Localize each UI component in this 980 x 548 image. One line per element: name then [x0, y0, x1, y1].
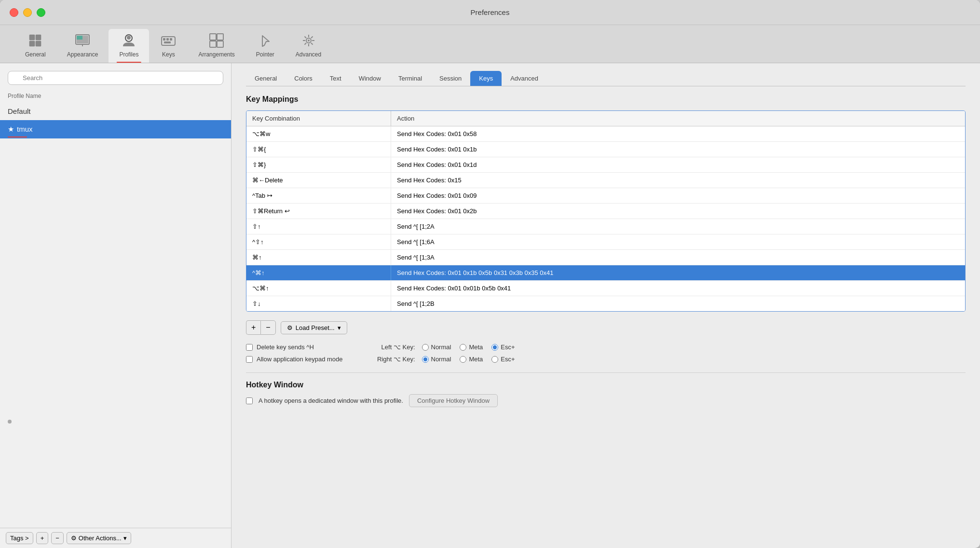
- tab-colors-label: Colors: [294, 75, 313, 82]
- close-button[interactable]: [10, 8, 18, 17]
- toolbar-item-arrangements[interactable]: Arrangements: [188, 29, 245, 63]
- remove-key-button[interactable]: −: [260, 320, 275, 335]
- configure-hotkey-button[interactable]: Configure Hotkey Window: [409, 394, 498, 407]
- right-key-normal[interactable]: Normal: [422, 356, 451, 363]
- toolbar-item-profiles[interactable]: Profiles: [109, 29, 149, 63]
- toolbar-item-keys[interactable]: Keys: [149, 29, 188, 63]
- right-key-esc-radio[interactable]: [491, 356, 498, 363]
- toolbar-label-profiles: Profiles: [119, 51, 138, 58]
- right-key-normal-radio[interactable]: [422, 356, 429, 363]
- load-preset-button[interactable]: ⚙ Load Preset... ▾: [281, 321, 347, 334]
- svg-line-28: [311, 37, 313, 39]
- options-row: Delete key sends ^H Allow application ke…: [246, 343, 966, 363]
- titlebar: Preferences: [0, 0, 980, 25]
- right-key-normal-label: Normal: [431, 356, 451, 363]
- tab-window-label: Window: [359, 75, 381, 82]
- profile-list: Default ★tmux: [0, 102, 231, 315]
- tab-terminal[interactable]: Terminal: [390, 71, 431, 86]
- table-row-selected[interactable]: ^⌘↑ Send Hex Codes: 0x01 0x1b 0x5b 0x31 …: [246, 265, 965, 281]
- key-action: Send Hex Codes: 0x15: [391, 173, 965, 188]
- toolbar-label-keys: Keys: [162, 51, 175, 58]
- delete-key-row: Delete key sends ^H: [246, 343, 343, 351]
- toolbar-item-general[interactable]: General: [14, 29, 56, 63]
- svg-rect-12: [163, 38, 165, 41]
- left-key-meta-radio[interactable]: [460, 344, 466, 351]
- key-combo: ⌘↑: [246, 250, 391, 265]
- app-keypad-label: Allow application keypad mode: [257, 356, 343, 363]
- toolbar-label-arrangements: Arrangements: [198, 51, 234, 58]
- remove-icon: −: [266, 323, 270, 332]
- minimize-button[interactable]: [23, 8, 32, 17]
- left-key-esc-radio[interactable]: [491, 344, 498, 351]
- table-row[interactable]: ⌘←Delete Send Hex Codes: 0x15: [246, 173, 965, 188]
- toolbar-item-advanced[interactable]: Advanced: [285, 29, 332, 63]
- left-key-meta[interactable]: Meta: [460, 343, 483, 351]
- profile-item-tmux[interactable]: ★tmux: [0, 120, 231, 138]
- left-key-normal-label: Normal: [431, 343, 451, 351]
- gear-icon: ⚙: [71, 534, 77, 542]
- right-key-label: Right ⌥ Key:: [372, 356, 415, 363]
- search-input[interactable]: [8, 71, 223, 85]
- tab-general[interactable]: General: [246, 71, 286, 86]
- tags-label: Tags >: [10, 534, 29, 542]
- right-key-meta-radio[interactable]: [460, 356, 466, 363]
- other-actions-button[interactable]: ⚙ Other Actions... ▾: [67, 532, 131, 544]
- app-keypad-checkbox[interactable]: [246, 356, 253, 363]
- tab-window[interactable]: Window: [350, 71, 390, 86]
- right-key-esc[interactable]: Esc+: [491, 356, 515, 363]
- key-mappings-table: Key Combination Action ⌥⌘w Send Hex Code…: [246, 110, 966, 312]
- hotkey-row: A hotkey opens a dedicated window with t…: [246, 394, 966, 407]
- table-row[interactable]: ^Tab ↦ Send Hex Codes: 0x01 0x09: [246, 188, 965, 204]
- remove-profile-button[interactable]: −: [51, 532, 64, 544]
- svg-rect-3: [36, 41, 41, 46]
- table-row[interactable]: ⇧↓ Send ^[ [1;2B: [246, 296, 965, 311]
- tags-button[interactable]: Tags >: [6, 532, 33, 544]
- tab-advanced[interactable]: Advanced: [502, 71, 547, 86]
- table-row[interactable]: ⇧⌘Return ↩ Send Hex Codes: 0x01 0x2b: [246, 204, 965, 219]
- table-row[interactable]: ⌥⌘w Send Hex Codes: 0x01 0x58: [246, 126, 965, 142]
- toolbar-item-pointer[interactable]: Pointer: [245, 29, 285, 63]
- tab-text[interactable]: Text: [321, 71, 350, 86]
- main-content: 🔍 Profile Name Default ★tmux: [0, 63, 980, 548]
- maximize-button[interactable]: [37, 8, 45, 17]
- table-row[interactable]: ⇧⌘} Send Hex Codes: 0x01 0x1d: [246, 157, 965, 173]
- delete-key-checkbox[interactable]: [246, 344, 253, 351]
- table-row[interactable]: ^⇧↑ Send ^[ [1;6A: [246, 234, 965, 250]
- svg-rect-2: [29, 41, 35, 46]
- svg-rect-17: [217, 34, 223, 40]
- tab-keys[interactable]: Keys: [470, 71, 502, 86]
- table-row[interactable]: ⇧⌘{ Send Hex Codes: 0x01 0x1b: [246, 142, 965, 157]
- left-key-normal-radio[interactable]: [422, 344, 429, 351]
- profile-item-default[interactable]: Default: [0, 102, 231, 120]
- search-wrapper: 🔍: [8, 71, 223, 85]
- advanced-icon: [300, 32, 317, 49]
- right-key-meta[interactable]: Meta: [460, 356, 483, 363]
- right-key-esc-label: Esc+: [501, 356, 515, 363]
- key-combo: ^⌘↑: [246, 265, 391, 280]
- svg-rect-18: [210, 41, 216, 47]
- tab-general-label: General: [255, 75, 277, 82]
- tab-advanced-label: Advanced: [510, 75, 538, 82]
- table-row[interactable]: ⇧↑ Send ^[ [1;2A: [246, 219, 965, 234]
- left-key-normal[interactable]: Normal: [422, 343, 451, 351]
- checkboxes: Delete key sends ^H Allow application ke…: [246, 343, 343, 363]
- toolbar: General Appearance: [0, 25, 980, 63]
- tab-colors[interactable]: Colors: [286, 71, 321, 86]
- svg-rect-11: [162, 37, 175, 45]
- table-row[interactable]: ⌘↑ Send ^[ [1;3A: [246, 250, 965, 265]
- add-profile-button[interactable]: +: [36, 532, 49, 544]
- right-panel: General Colors Text Window Terminal Sess…: [231, 63, 980, 548]
- tab-session[interactable]: Session: [431, 71, 470, 86]
- key-action: Send Hex Codes: 0x01 0x1b 0x5b 0x31 0x3b…: [391, 265, 965, 280]
- add-key-button[interactable]: +: [246, 320, 260, 335]
- svg-rect-16: [210, 34, 216, 40]
- hotkey-checkbox-label: A hotkey opens a dedicated window with t…: [259, 397, 403, 404]
- left-key-esc[interactable]: Esc+: [491, 343, 515, 351]
- hotkey-checkbox[interactable]: [246, 397, 253, 404]
- sidebar-scroll-indicator: [8, 420, 12, 424]
- profile-label-default: Default: [8, 107, 31, 115]
- toolbar-item-appearance[interactable]: Appearance: [56, 29, 109, 63]
- key-combo: ^Tab ↦: [246, 188, 391, 203]
- table-row[interactable]: ⌥⌘↑ Send Hex Codes: 0x01 0x01b 0x5b 0x41: [246, 281, 965, 296]
- key-action: Send ^[ [1;2B: [391, 296, 965, 311]
